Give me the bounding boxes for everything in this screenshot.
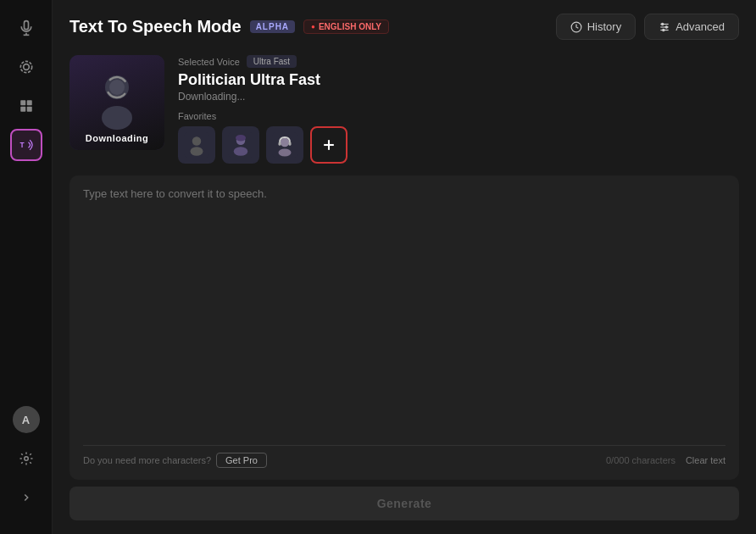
text-section: Do you need more characters? Get Pro 0/0… <box>69 175 739 480</box>
plus-icon <box>320 136 337 153</box>
char-count: 0/000 characters <box>606 455 675 465</box>
voice-name: Politician Ultra Fast <box>178 71 739 89</box>
favorites-label: Favorites <box>178 111 739 121</box>
svg-rect-0 <box>24 21 28 30</box>
svg-point-23 <box>192 136 202 146</box>
svg-point-3 <box>23 64 29 70</box>
voice-section: Downloading Selected Voice Ultra Fast Po… <box>69 55 739 164</box>
fav-avatar-3[interactable] <box>266 126 303 164</box>
svg-rect-7 <box>20 107 25 112</box>
voice-status: Downloading... <box>178 91 739 103</box>
header-buttons: History Advanced <box>556 14 739 40</box>
fav-add-button[interactable] <box>310 126 347 164</box>
svg-rect-32 <box>279 142 281 146</box>
sliders-icon <box>659 21 670 33</box>
svg-rect-33 <box>289 142 292 146</box>
svg-rect-5 <box>20 100 25 105</box>
voice-figure-svg <box>87 69 147 136</box>
clear-text-button[interactable]: Clear text <box>686 455 725 465</box>
svg-point-24 <box>191 147 203 156</box>
svg-point-15 <box>662 23 664 25</box>
text-footer: Do you need more characters? Get Pro 0/0… <box>83 445 725 468</box>
badge-alpha: ALPHA <box>250 20 295 33</box>
downloading-label: Downloading <box>69 133 164 143</box>
sidebar-item-expand[interactable] <box>10 481 42 514</box>
advanced-button[interactable]: Advanced <box>644 14 739 40</box>
badge-english: ENGLISH ONLY <box>303 19 389 34</box>
selected-voice-label: Selected Voice <box>178 57 240 67</box>
favorites-row <box>178 126 739 164</box>
get-pro-button[interactable]: Get Pro <box>216 453 267 468</box>
svg-text:T: T <box>19 141 24 149</box>
history-button[interactable]: History <box>556 14 636 40</box>
main-content: Text To Speech Mode ALPHA ENGLISH ONLY H… <box>53 0 756 534</box>
voice-thumbnail: Downloading <box>69 55 164 150</box>
svg-point-30 <box>281 138 290 147</box>
svg-rect-6 <box>26 100 31 105</box>
sidebar: T A <box>0 0 53 534</box>
sidebar-item-radio[interactable] <box>10 51 42 83</box>
pro-prompt-label: Do you need more characters? <box>83 455 211 465</box>
svg-point-20 <box>102 106 132 130</box>
fav-avatar-2[interactable] <box>222 126 259 164</box>
svg-rect-8 <box>26 107 31 112</box>
svg-point-28 <box>236 135 246 142</box>
content-area: Do you need more characters? Get Pro 0/0… <box>69 175 739 520</box>
voice-info: Selected Voice Ultra Fast Politician Ult… <box>178 55 739 164</box>
sidebar-item-account[interactable]: A <box>10 403 42 436</box>
voice-speed-tag: Ultra Fast <box>247 55 297 68</box>
header-row: Text To Speech Mode ALPHA ENGLISH ONLY H… <box>69 14 739 40</box>
fav-avatar-1[interactable] <box>178 126 215 164</box>
avatar: A <box>13 406 40 433</box>
sidebar-item-mic[interactable] <box>10 12 42 44</box>
speech-textarea[interactable] <box>83 187 725 438</box>
history-icon <box>570 21 582 33</box>
svg-point-19 <box>109 80 125 95</box>
header-left: Text To Speech Mode ALPHA ENGLISH ONLY <box>69 17 389 36</box>
generate-button[interactable]: Generate <box>69 487 739 520</box>
svg-point-16 <box>665 25 667 27</box>
page-title: Text To Speech Mode <box>69 17 242 36</box>
voice-meta: Selected Voice Ultra Fast <box>178 55 739 68</box>
sidebar-item-grid[interactable] <box>10 90 42 122</box>
sidebar-item-tts[interactable]: T <box>10 129 42 161</box>
svg-point-10 <box>24 457 28 461</box>
svg-point-4 <box>20 61 31 72</box>
svg-point-31 <box>279 149 292 157</box>
svg-point-27 <box>234 147 248 156</box>
sidebar-item-settings[interactable] <box>10 442 42 475</box>
svg-point-17 <box>663 29 664 31</box>
